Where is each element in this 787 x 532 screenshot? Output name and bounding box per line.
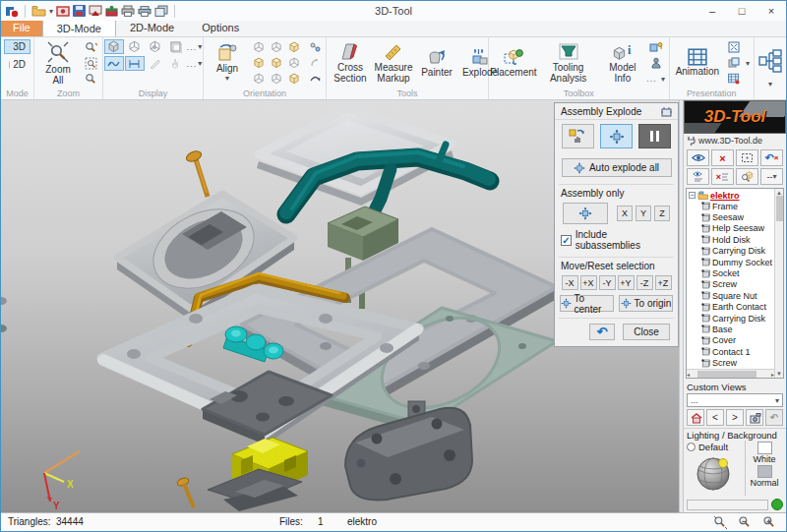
default-lighting-radio[interactable]: Default — [687, 442, 743, 452]
export-image-icon[interactable] — [89, 5, 102, 17]
pause-button[interactable] — [638, 124, 671, 148]
zoom-in-icon[interactable] — [762, 515, 776, 529]
model-info-button[interactable]: i Model Info — [601, 41, 644, 85]
tree-item[interactable]: Carrying Disk — [689, 313, 774, 324]
tab-3d-mode[interactable]: 3D-Mode — [42, 20, 116, 36]
show-tree-button[interactable] — [687, 168, 709, 185]
undo-view-button[interactable]: ↶ — [765, 409, 783, 426]
compare-icon[interactable] — [724, 56, 744, 71]
display-shaded-edges-icon[interactable] — [125, 39, 145, 54]
display-hidden-line-icon[interactable] — [146, 39, 165, 54]
view-icon[interactable] — [285, 71, 303, 87]
white-background-button[interactable] — [757, 442, 772, 454]
display-markup-icon[interactable] — [146, 56, 165, 71]
tree-item[interactable]: Square Nut — [689, 290, 774, 301]
show-part-button[interactable] — [687, 149, 709, 166]
tab-2d-mode[interactable]: 2D-Mode — [116, 20, 188, 36]
manual-explode-button[interactable] — [562, 124, 594, 148]
view-icon[interactable] — [250, 55, 268, 71]
display-shaded-icon[interactable] — [104, 39, 124, 54]
collapse-icon[interactable]: − — [689, 192, 696, 199]
website-link[interactable]: www.3D-Tool.de — [684, 134, 786, 148]
print-2d-icon[interactable] — [138, 5, 151, 17]
display-more2-icon[interactable]: ... — [187, 59, 198, 69]
select-region-button[interactable] — [736, 149, 758, 166]
light-sphere[interactable] — [695, 454, 734, 492]
zoom-previous-icon[interactable] — [81, 40, 100, 55]
tree-root-row[interactable]: − elektro — [689, 190, 774, 201]
rotate-180-icon[interactable] — [305, 72, 325, 87]
mode-3d-button[interactable]: 3D — [4, 39, 30, 54]
viewport-3d[interactable]: X Y Assembly Explode — [1, 100, 679, 512]
structure-tree-button[interactable] — [757, 48, 783, 78]
to-center-button[interactable]: To center — [560, 295, 614, 312]
copy-icon[interactable] — [154, 5, 168, 17]
tab-options[interactable]: Options — [188, 20, 253, 36]
tree-horizontal-scrollbar[interactable]: ◂▸ — [687, 369, 774, 378]
undo-explode-button[interactable]: ↶ — [589, 324, 615, 340]
to-origin-button[interactable]: To origin — [619, 295, 673, 312]
zoom-mode-icon[interactable] — [713, 515, 727, 529]
tree-root-label[interactable]: elektro — [710, 191, 740, 201]
display-dropdown-icon[interactable]: ▾ — [198, 42, 202, 51]
snapshot-icon[interactable] — [56, 5, 70, 17]
hide-tree-button[interactable]: × — [711, 168, 734, 185]
move-plus-y-button[interactable]: +Y — [618, 275, 635, 290]
zoom-in-icon[interactable] — [81, 72, 100, 87]
undo-visibility-button[interactable]: ↶× — [760, 149, 783, 166]
find-part-button[interactable] — [736, 168, 758, 185]
move-minus-z-button[interactable]: -Z — [636, 275, 653, 290]
open-folder-icon[interactable] — [31, 5, 46, 17]
tree-item[interactable]: Base — [689, 324, 774, 334]
tree-vertical-scrollbar[interactable]: ▲▼ — [774, 189, 783, 378]
previous-view-button[interactable]: < — [706, 409, 724, 426]
view-icon[interactable] — [268, 39, 285, 55]
tree-item[interactable]: Screw — [689, 357, 774, 368]
custom-views-dropdown[interactable]: ... ▾ — [687, 393, 783, 407]
move-plus-x-button[interactable]: +X — [580, 275, 597, 290]
maximize-button[interactable]: □ — [727, 1, 757, 21]
align-button[interactable]: Align ▾ — [207, 42, 248, 84]
tree-item[interactable]: Socket — [689, 267, 774, 278]
move-plus-z-button[interactable]: +Z — [655, 275, 672, 290]
placement-button[interactable]: Placement — [492, 46, 535, 80]
tree-item[interactable]: Carrying Disk — [689, 246, 774, 257]
mode-2d-button[interactable]: 2D — [4, 57, 30, 72]
tree-item[interactable]: Screw — [689, 279, 774, 290]
display-wireframe-icon[interactable] — [166, 39, 186, 54]
zoom-window-icon[interactable] — [81, 56, 100, 71]
toolbox-more-icon[interactable]: ... ▾ — [646, 72, 666, 87]
app-logo-icon[interactable] — [5, 5, 19, 18]
tree-item[interactable]: Help Seesaw — [689, 223, 774, 234]
open-dropdown-icon[interactable]: ▾ — [49, 7, 53, 16]
publish-icon[interactable] — [105, 5, 118, 17]
print-icon[interactable] — [121, 5, 135, 17]
save-view-button[interactable] — [746, 409, 763, 426]
view-icon[interactable] — [285, 55, 303, 71]
rotate-90-icon[interactable] — [305, 56, 325, 71]
tab-file[interactable]: File — [1, 20, 42, 36]
save-icon[interactable] — [73, 5, 86, 17]
display-more-icon[interactable]: ... — [187, 42, 198, 52]
painter-button[interactable]: Painter — [416, 46, 457, 80]
measure-markup-button[interactable]: Measure Markup — [373, 41, 414, 85]
display-dimensions-icon[interactable] — [125, 56, 145, 71]
tree-item[interactable]: Hold Disk — [689, 234, 774, 245]
include-subassemblies-checkbox[interactable]: ✓ — [561, 235, 572, 246]
tree-options-button[interactable]: --▾ — [760, 168, 783, 185]
cross-section-button[interactable]: Cross Section — [330, 41, 371, 85]
close-button[interactable]: × — [757, 1, 786, 21]
tree-item[interactable]: Dummy Socket — [689, 257, 774, 267]
axis-z-button[interactable]: Z — [654, 206, 670, 221]
default-view-button[interactable] — [687, 409, 704, 426]
auto-explode-all-button[interactable]: Auto explode all — [562, 158, 672, 177]
hide-part-button[interactable]: × — [711, 149, 734, 166]
move-minus-x-button[interactable]: -X — [562, 275, 578, 290]
record-video-icon[interactable] — [724, 72, 744, 87]
view-icon[interactable] — [268, 55, 285, 71]
tree-item[interactable]: Seesaw — [689, 211, 774, 222]
move-minus-y-button[interactable]: -Y — [599, 275, 616, 290]
display-touch-icon[interactable] — [166, 56, 186, 71]
display-curves-icon[interactable] — [104, 56, 124, 71]
normal-background-button[interactable] — [757, 465, 772, 478]
